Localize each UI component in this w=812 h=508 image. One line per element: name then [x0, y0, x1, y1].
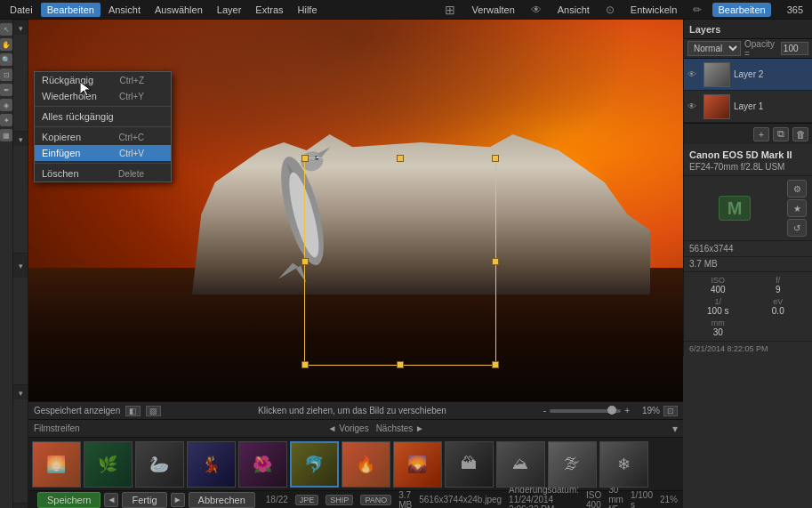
panel-gradation[interactable]: ⌇Gradationskurven [13, 331, 28, 345]
filmstrip-header: Filmstreifen ◄ Voriges Nächstes ► ▾ [28, 420, 683, 438]
saved-label[interactable]: Gespeichert anzeigen [34, 406, 120, 415]
version-btn[interactable]: 365 [782, 3, 808, 17]
date-changed: Änderungsdatum: 11/24/2014 2:06:32 PM [509, 485, 579, 508]
toolbar-zoom[interactable]: 🔍 [0, 53, 12, 66]
toolbar-heal[interactable]: ✦ [0, 114, 12, 126]
info-btn-1[interactable]: ⚙ [787, 180, 807, 198]
verwalten-btn[interactable]: Verwalten [466, 3, 519, 17]
duplicate-layer-btn[interactable]: ⧉ [773, 127, 789, 141]
toolbar-crop[interactable]: ⊡ [0, 69, 12, 81]
page-number: 18/22 [266, 495, 288, 504]
menu-datei[interactable]: Datei [4, 3, 39, 17]
menu-ansicht[interactable]: Ansicht [102, 3, 147, 17]
save-button[interactable]: Speichern [37, 492, 101, 508]
info-btn-2[interactable]: ★ [787, 199, 807, 217]
layer-mode-select[interactable]: Normal Multiply Screen [687, 41, 741, 56]
delete-layer-btn[interactable]: 🗑 [792, 127, 808, 141]
toolbar-cursor[interactable]: ↖ [0, 23, 12, 36]
filmstrip-collapse-btn[interactable]: ▾ [672, 423, 678, 435]
section-detail[interactable]: Detail [13, 503, 28, 508]
filmstrip-prev-btn[interactable]: ◄ Voriges [328, 423, 369, 433]
panel-drehen[interactable]: ↻Drehen [13, 146, 28, 160]
panel-groesse[interactable]: ⤡Größenänderung [13, 238, 28, 253]
menu-auswaehlen[interactable]: Auswählen [149, 3, 209, 17]
panel-perspektive[interactable]: ⊹Perspektivische Korrektur [13, 189, 28, 214]
section-belichtung[interactable]: Belichtung / Beleuchtung [13, 253, 28, 278]
bearbeiten-btn[interactable]: Bearbeiten [712, 3, 770, 17]
panel-abwedeln[interactable]: ◑Abwedeln und Nachbelichten [13, 359, 28, 384]
section-hinzufuegen[interactable]: Hinzufügen [13, 20, 28, 35]
panel-belichtung[interactable]: ☀Belichtung [13, 278, 28, 292]
panel-erw-farbe[interactable]: ⊕Erweiterte Farbe [13, 414, 28, 439]
cancel-button[interactable]: Abbrechen [189, 492, 255, 508]
panel-objektivkorr[interactable]: ⊟Objektiv-Verzerrungskorrektur [13, 214, 28, 238]
film-thumb-4[interactable]: 💃 [187, 441, 236, 488]
menubar: Datei Bearbeiten Ansicht Auswählen Layer… [0, 0, 812, 20]
panel-farbabgleich[interactable]: ⊛Farbabgleich [13, 439, 28, 453]
menu-extras[interactable]: Extras [249, 3, 289, 17]
toolbar-brush[interactable]: ✒ [0, 84, 12, 96]
prev-arrow[interactable]: ◄ [104, 493, 118, 507]
layer-item-2[interactable]: 👁 Layer 2 [684, 59, 812, 91]
badge-pano: PANO [360, 495, 391, 505]
section-geometrie[interactable]: Geometrie [13, 131, 28, 146]
layer-2-eye[interactable]: 👁 [687, 69, 700, 79]
panel-toenung[interactable]: ⊗Tönung [13, 488, 28, 503]
add-layer-btn[interactable]: + [753, 127, 769, 141]
menu-layer[interactable]: Layer [211, 3, 248, 17]
section-farbe[interactable]: Farbe [13, 384, 28, 399]
panel-text[interactable]: TText [13, 35, 28, 49]
next-arrow[interactable]: ► [171, 493, 185, 507]
save-icon-2[interactable]: ▨ [146, 406, 161, 416]
toolbar-stamp[interactable]: ◈ [0, 99, 12, 111]
menu-hilfe[interactable]: Hilfe [292, 3, 324, 17]
done-button[interactable]: Fertig [122, 492, 166, 508]
zoom-level: 19% [633, 406, 660, 415]
film-thumb-6[interactable]: 🐬 [290, 441, 339, 488]
panel-tiltshift[interactable]: ⊞Tilt-Shift [13, 106, 28, 131]
info-btn-3[interactable]: ↺ [787, 219, 807, 237]
panel-vignette[interactable]: ○Vignette [13, 77, 28, 92]
lens-info: EF24-70mm f/2.8L USM [689, 162, 807, 172]
film-thumb-10[interactable]: ⛰ [496, 441, 545, 488]
panel-auto-tonwert[interactable]: ≋Autom. Tonwertkorrekt. [13, 306, 28, 331]
panel-tonwert[interactable]: ≋Tonwertkorrekt. [13, 292, 28, 306]
zoom-thumb [607, 406, 616, 415]
film-thumb-11[interactable]: 🌫 [548, 441, 597, 488]
toolbar-gradient[interactable]: ▦ [0, 129, 12, 141]
film-thumb-1[interactable]: 🌅 [32, 441, 81, 488]
panel-spezialeffekt[interactable]: ✦Spezialeffekt [13, 92, 28, 106]
ansicht-btn[interactable]: Ansicht [552, 3, 595, 17]
filmstrip-next-btn[interactable]: Nächstes ► [376, 423, 424, 433]
toolbar-hand[interactable]: ✋ [0, 38, 12, 51]
panel-wasserzeichen[interactable]: ≈Wasserzeichen [13, 49, 28, 63]
panel-spiegeln[interactable]: ⇔Spiegeln [13, 160, 28, 174]
panel-schwarzweiss[interactable]: ⊘In Schwarz-Weiß konvertieren [13, 453, 28, 488]
panel-weissabgleich[interactable]: ⊙Weißabgleich [13, 399, 28, 414]
camera-name: Canon EOS 5D Mark II [689, 149, 807, 160]
layer-item-1[interactable]: 👁 Layer 1 [684, 91, 812, 123]
svg-marker-3 [318, 147, 331, 159]
film-thumb-7[interactable]: 🔥 [342, 441, 390, 488]
film-thumb-9[interactable]: 🏔 [445, 441, 494, 488]
film-thumb-5[interactable]: 🌺 [238, 441, 287, 488]
panel-beleuchtung[interactable]: ◑Beleuchtung [13, 345, 28, 359]
save-icon-1[interactable]: ◧ [125, 406, 141, 416]
panel-rahmen[interactable]: ▭Rahmen [13, 63, 28, 77]
film-thumb-12[interactable]: ❄ [599, 441, 648, 488]
film-thumb-2[interactable]: 🌿 [84, 441, 133, 488]
film-thumb-8[interactable]: 🌄 [393, 441, 442, 488]
left-panel: Rückgängig Ctrl+Z Wiederholen Ctrl+Y All… [13, 20, 28, 508]
fit-screen-btn[interactable]: ⊡ [663, 406, 678, 416]
film-thumb-3[interactable]: 🦢 [135, 441, 184, 488]
zoom-slider[interactable] [550, 409, 621, 413]
entwickeln-btn[interactable]: Entwickeln [625, 3, 683, 17]
filmstrip-label: Filmstreifen [34, 423, 80, 433]
zoom-minus-btn[interactable]: - [543, 406, 546, 415]
opacity-label: Opacity = [744, 39, 777, 59]
svg-point-9 [317, 156, 318, 157]
panel-zuschneiden[interactable]: ⊡Zuschneiden [13, 174, 28, 189]
menu-bearbeiten[interactable]: Bearbeiten [41, 3, 100, 17]
zoom-plus-btn[interactable]: + [624, 406, 630, 415]
layer-1-eye[interactable]: 👁 [687, 101, 700, 111]
